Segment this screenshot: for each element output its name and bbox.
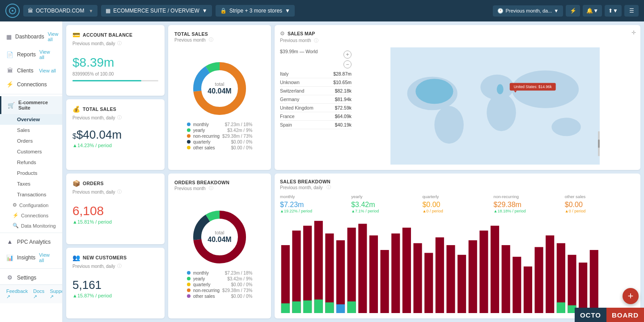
- breakdown-title: SALES BREAKDOWN: [280, 179, 635, 184]
- svg-rect-57: [590, 250, 598, 313]
- sidebar-item-insights[interactable]: 📊 Insights View all: [0, 249, 62, 267]
- reports-viewall[interactable]: View all: [39, 49, 56, 60]
- connections-label: Connections: [17, 81, 56, 88]
- config-label: Configuration: [19, 203, 48, 208]
- map-expand-icon[interactable]: ✛: [631, 30, 636, 36]
- bar-chart-svg: Mar 05 Mar 09 Mar 13 Mar 17 Mar 21 Mar 2…: [280, 216, 635, 313]
- svg-rect-61: [314, 300, 323, 313]
- svg-rect-64: [347, 301, 356, 313]
- balance-bar-label: 8399905% of 100.00: [72, 72, 158, 76]
- sidebar-sub-orders[interactable]: Orders: [0, 136, 62, 146]
- map-title: SALES MAP: [288, 31, 315, 36]
- menu-button[interactable]: ☰: [624, 5, 639, 17]
- suite-selector[interactable]: ▦ ECOMMERCE SUITE / OVERVIEW ▼: [101, 5, 212, 17]
- dashboards-viewall[interactable]: View all: [48, 31, 59, 42]
- map-minus-button[interactable]: −: [343, 60, 352, 68]
- svg-text:United States: $14.96k: United States: $14.96k: [514, 85, 552, 89]
- workspace-dropdown-arrow: ▼: [89, 8, 93, 13]
- sales-breakdown-card: SALES BREAKDOWN Previous month, daily ⓘ …: [275, 174, 640, 318]
- sidebar-sub-customers[interactable]: Customers: [0, 146, 62, 157]
- breakdown-subtitle: Previous month, daily ⓘ: [280, 184, 635, 191]
- ecommerce-icon: 🛒: [8, 102, 15, 109]
- insights-label: Insights: [17, 254, 35, 261]
- fab-button[interactable]: +: [623, 288, 639, 304]
- customers-icon: 👥: [72, 254, 80, 261]
- sidebar-connections2[interactable]: ⚡ Connections: [0, 210, 62, 220]
- sidebar-sub-products[interactable]: Products: [0, 168, 62, 178]
- share-button[interactable]: ⬆ ▼: [605, 5, 622, 17]
- account-balance-card: 💳 ACCOUNT BALANCE Previous month, daily …: [66, 25, 165, 96]
- insights-viewall[interactable]: View all: [39, 252, 56, 263]
- bell-icon: 🔔: [586, 8, 593, 14]
- orders-icon: 📦: [72, 180, 80, 187]
- breakdown-col-quarterly: quarterly $0.00 ▲0 / period: [422, 194, 492, 213]
- svg-rect-36: [358, 224, 367, 313]
- donut-svg-sales: total 40.04M: [191, 59, 249, 118]
- content-area: 💳 ACCOUNT BALANCE Previous month, daily …: [63, 21, 644, 322]
- sidebar-data-monitoring[interactable]: 🔍 Data Monitoring: [0, 220, 62, 231]
- balance-value: $8.39m: [72, 55, 158, 70]
- svg-rect-55: [568, 255, 576, 313]
- reports-icon: 📄: [6, 51, 13, 58]
- sidebar-sub-refunds[interactable]: Refunds: [0, 157, 62, 168]
- date-range-button[interactable]: 🕐 Previous month, da... ▼: [493, 5, 563, 17]
- svg-rect-32: [314, 221, 323, 313]
- breakdown-col-monthly: monthly $7.23m ▲19.22% / period: [280, 194, 350, 213]
- svg-point-22: [497, 84, 504, 94]
- svg-rect-34: [336, 240, 345, 313]
- map-row-germany: Germany $81.94k: [280, 95, 352, 104]
- feedback-link[interactable]: Feedback ↗: [6, 288, 28, 300]
- svg-rect-48: [491, 226, 499, 313]
- sidebar-sub-taxes[interactable]: Taxes: [0, 178, 62, 189]
- sidebar-item-dashboards[interactable]: ▦ Dashboards View all: [0, 28, 62, 46]
- sidebar-item-settings[interactable]: ⚙ Settings: [0, 271, 62, 284]
- share-dropdown: ▼: [613, 8, 618, 14]
- feedback-bar: Feedback ↗ Docs ↗ Support ↗: [0, 284, 62, 303]
- sidebar-item-ppc[interactable]: ▲ PPC Analytics: [0, 235, 62, 249]
- lightning-button[interactable]: ⚡: [566, 5, 580, 17]
- map-row-switzerland: Switzerland $82.18k: [280, 87, 352, 95]
- orders-value: 6,108: [72, 204, 158, 218]
- store-name: Stripe + 3 more stores: [229, 8, 282, 14]
- svg-text:total: total: [215, 230, 225, 235]
- sidebar-item-ecommerce[interactable]: 🛒 E-commerce Suite: [0, 96, 62, 114]
- map-add-button[interactable]: +: [343, 51, 352, 59]
- lightning-icon: ⚡: [570, 8, 576, 14]
- topbar-right: 🕐 Previous month, da... ▼ ⚡ 🔔 ▼ ⬆ ▼ ☰: [493, 5, 639, 17]
- notifications-button[interactable]: 🔔 ▼: [583, 5, 602, 17]
- map-row-unknown: Unknown $10.65m: [280, 78, 352, 87]
- clients-viewall[interactable]: View all: [39, 68, 56, 73]
- settings-icon: ⚙: [6, 274, 13, 281]
- docs-link[interactable]: Docs ↗: [33, 288, 44, 300]
- orders-title: ORDERS: [83, 181, 104, 186]
- config-gear-icon: ⚙: [13, 202, 17, 208]
- orders-breakdown-subtitle: Previous month ⓘ: [174, 185, 265, 191]
- svg-rect-47: [479, 231, 488, 313]
- store-selector[interactable]: 🔒 Stripe + 3 more stores ▼: [216, 5, 295, 17]
- sidebar-item-connections[interactable]: ⚡ Connections: [0, 77, 62, 91]
- sidebar-item-clients[interactable]: 🏛 Clients View all: [0, 64, 62, 77]
- svg-rect-31: [303, 226, 312, 313]
- topbar: 🏛 OCTOBOARD.COM ▼ ▦ ECOMMERCE SUITE / OV…: [0, 0, 644, 21]
- sidebar-sub-sales[interactable]: Sales: [0, 125, 62, 136]
- sidebar-configuration[interactable]: ⚙ Configuration: [0, 200, 62, 210]
- map-gear-icon[interactable]: ⚙: [280, 30, 285, 37]
- total-sales-left-card: 💰 TOTAL SALES Previous month, daily ⓘ $$…: [66, 99, 165, 170]
- sidebar-sub-overview[interactable]: Overview: [0, 114, 62, 125]
- svg-rect-51: [524, 267, 532, 313]
- dashboards-label: Dashboards: [15, 34, 44, 40]
- sales-left-subtitle: Previous month, daily ⓘ: [72, 114, 158, 121]
- suite-dropdown-arrow: ▼: [202, 8, 208, 14]
- svg-rect-41: [413, 243, 422, 313]
- app-logo[interactable]: [5, 4, 20, 18]
- sidebar-item-reports[interactable]: 📄 Reports View all: [0, 46, 62, 64]
- sidebar-sub-transactions[interactable]: Transactions: [0, 189, 62, 200]
- workspace-selector[interactable]: 🏛 OCTOBOARD.COM ▼: [23, 5, 97, 17]
- workspace-name: OCTOBOARD.COM: [36, 8, 84, 14]
- orders-subtitle: Previous month, daily ⓘ: [72, 189, 158, 195]
- breakdown-col-summaries: monthly $7.23m ▲19.22% / period yearly $…: [280, 194, 635, 213]
- donut-wrapper-sales: total 40.04M: [191, 59, 249, 118]
- support-link[interactable]: Support ↗: [50, 288, 63, 300]
- svg-rect-49: [502, 245, 510, 313]
- monitoring-label: Data Monitoring: [21, 223, 56, 229]
